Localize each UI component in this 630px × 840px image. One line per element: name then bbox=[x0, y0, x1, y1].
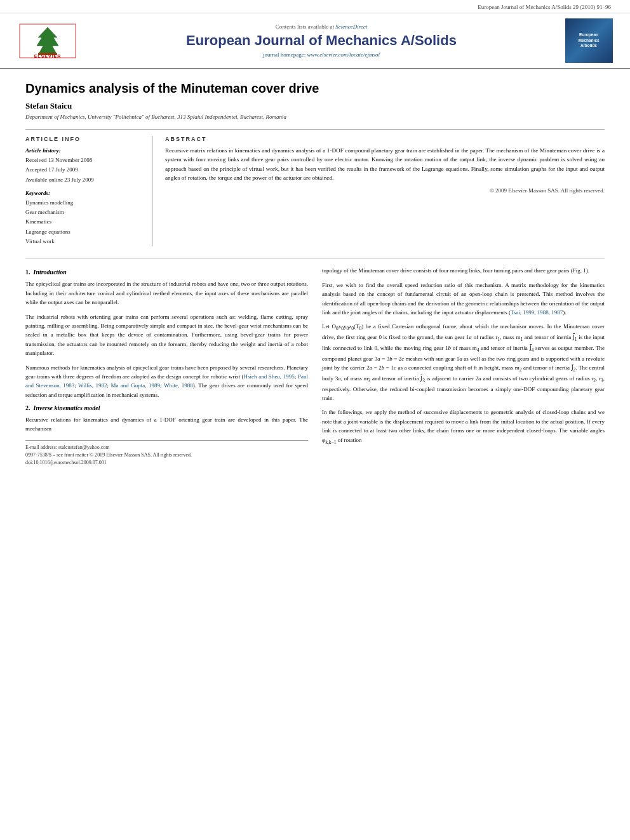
journal-banner: ELSEVIER Contents lists available at Sci… bbox=[0, 13, 630, 69]
keyword-list: Dynamics modelling Gear mechanism Kinema… bbox=[25, 198, 143, 246]
available-date: Available online 23 July 2009 bbox=[25, 175, 143, 185]
section1-para3: Numerous methods for kinematics analysis… bbox=[25, 363, 308, 400]
homepage-prefix: journal homepage: bbox=[263, 51, 307, 58]
email-line: E-mail address: staicustefan@yahoo.com bbox=[25, 444, 308, 450]
main-left-col: 1. Introduction The epicyclical gear tra… bbox=[25, 266, 308, 465]
banner-left: ELSEVIER bbox=[13, 23, 83, 58]
section1-para2: The industrial robots with orienting gea… bbox=[25, 312, 308, 358]
ref-hsieh[interactable]: Hsieh and Sheu, 1995 bbox=[244, 373, 295, 380]
homepage-url[interactable]: www.elsevier.com/locate/ejmsol bbox=[307, 51, 380, 58]
main-right-col: topology of the Minuteman cover drive co… bbox=[322, 266, 605, 465]
ref-tsai1[interactable]: Tsai, 1999, 1988, 1987 bbox=[511, 309, 563, 316]
right-para4: In the followings, we apply the method o… bbox=[322, 408, 605, 446]
author-affiliation: Department of Mechanics, University "Pol… bbox=[25, 114, 605, 120]
ref-white[interactable]: White, 1988 bbox=[164, 382, 193, 389]
right-para1: topology of the Minuteman cover drive co… bbox=[322, 266, 605, 275]
cover-thumb-title: EuropeanMechanicsA/Solids bbox=[578, 32, 599, 48]
section1-number: 1. bbox=[25, 269, 30, 276]
elsevier-logo: ELSEVIER bbox=[19, 23, 76, 58]
abstract-col: ABSTRACT Recursive matrix relations in k… bbox=[165, 136, 605, 246]
keyword-2: Gear mechanism bbox=[25, 208, 143, 217]
ref-willis[interactable]: Willis, 1982 bbox=[78, 382, 107, 389]
article-title: Dynamics analysis of the Minuteman cover… bbox=[25, 81, 605, 96]
abstract-title: ABSTRACT bbox=[165, 136, 605, 142]
sciencedirect-prefix: Contents lists available at bbox=[276, 23, 335, 30]
journal-homepage: journal homepage: www.elsevier.com/locat… bbox=[83, 51, 560, 58]
doi-line: doi:10.1016/j.euromechsol.2009.07.001 bbox=[25, 460, 308, 465]
section-divider bbox=[25, 258, 605, 258]
abstract-text: Recursive matrix relations in kinematics… bbox=[165, 146, 605, 182]
keyword-5: Virtual work bbox=[25, 237, 143, 246]
issn-line: 0997-7538/$ – see front matter © 2009 El… bbox=[25, 452, 308, 458]
article-history-label: Article history: bbox=[25, 147, 143, 154]
svg-text:ELSEVIER: ELSEVIER bbox=[34, 54, 62, 58]
author-name: Stefan Staicu bbox=[25, 101, 605, 111]
cover-thumbnail: EuropeanMechanicsA/Solids bbox=[565, 18, 613, 63]
article-info-title: ARTICLE INFO bbox=[25, 136, 143, 142]
section1-para1: The epicyclical gear trains are incorpor… bbox=[25, 279, 308, 307]
main-content: 1. Introduction The epicyclical gear tra… bbox=[25, 266, 605, 465]
journal-title-banner: European Journal of Mechanics A/Solids bbox=[83, 32, 560, 49]
email-label: E-mail address: bbox=[25, 444, 57, 450]
right-para3: Let O0x0y0z0(T0) be a fixed Cartesian or… bbox=[322, 322, 605, 403]
right-para2: First, we wish to find the overall speed… bbox=[322, 281, 605, 317]
copyright-line: © 2009 Elsevier Masson SAS. All rights r… bbox=[165, 187, 605, 194]
section2-para1: Recursive relations for kinematics and d… bbox=[25, 415, 308, 434]
section2-number: 2. bbox=[25, 404, 30, 411]
sciencedirect-link[interactable]: ScienceDirect bbox=[335, 23, 367, 30]
banner-center: Contents lists available at ScienceDirec… bbox=[83, 23, 560, 58]
footnote-area: E-mail address: staicustefan@yahoo.com 0… bbox=[25, 440, 308, 465]
info-abstract-row: ARTICLE INFO Article history: Received 1… bbox=[25, 129, 605, 246]
sciencedirect-line: Contents lists available at ScienceDirec… bbox=[83, 23, 560, 30]
keyword-3: Kinematics bbox=[25, 217, 143, 227]
section2-heading: 2. Inverse kinematics model bbox=[25, 404, 308, 411]
keyword-4: Lagrange equations bbox=[25, 227, 143, 237]
banner-right: EuropeanMechanicsA/Solids bbox=[560, 18, 617, 63]
article-area: Dynamics analysis of the Minuteman cover… bbox=[0, 69, 630, 478]
received-date: Received 13 November 2008 bbox=[25, 156, 143, 165]
journal-header: European Journal of Mechanics A/Solids 2… bbox=[0, 0, 630, 13]
email-address[interactable]: staicustefan@yahoo.com bbox=[58, 444, 109, 450]
section1-heading: 1. Introduction bbox=[25, 269, 308, 276]
accepted-date: Accepted 17 July 2009 bbox=[25, 165, 143, 175]
keywords-label: Keywords: bbox=[25, 190, 143, 196]
journal-header-text: European Journal of Mechanics A/Solids 2… bbox=[478, 4, 611, 10]
ref-ma[interactable]: Ma and Gupta, 1989 bbox=[111, 382, 160, 389]
keyword-1: Dynamics modelling bbox=[25, 198, 143, 208]
article-info-col: ARTICLE INFO Article history: Received 1… bbox=[25, 136, 152, 246]
section1-title: Introduction bbox=[34, 269, 67, 276]
section2-title: Inverse kinematics model bbox=[34, 404, 100, 411]
